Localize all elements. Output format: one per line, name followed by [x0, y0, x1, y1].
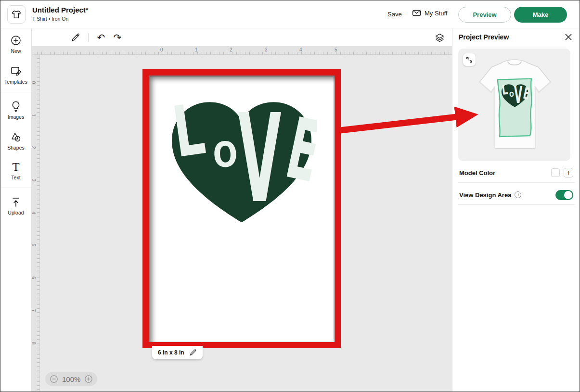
edit-pencil-button[interactable] [69, 31, 82, 44]
project-preview-panel: Project Preview Model Color + [452, 28, 580, 392]
canvas-toolbar: ↶ ↷ [32, 28, 452, 46]
pencil-icon [189, 349, 197, 356]
zoom-in-button[interactable] [84, 375, 93, 383]
sidebar-label-shapes: Shapes [7, 145, 25, 151]
close-panel-button[interactable] [564, 33, 573, 41]
expand-icon [466, 56, 473, 63]
sidebar-item-shapes[interactable]: Shapes [0, 125, 31, 156]
artboard-size-label: 6 in x 8 in [158, 349, 184, 356]
redo-button[interactable]: ↷ [111, 31, 124, 44]
my-stuff-label: My Stuff [425, 10, 447, 17]
project-type-button[interactable] [7, 5, 26, 24]
sidebar-label-new: New [11, 48, 21, 54]
sidebar-label-templates: Templates [4, 79, 27, 85]
add-model-color-button[interactable]: + [564, 168, 573, 177]
preview-button[interactable]: Preview [458, 7, 511, 23]
sidebar-item-templates[interactable]: Templates [0, 59, 31, 90]
lightbulb-icon [10, 101, 22, 112]
sidebar-divider [0, 92, 31, 92]
horizontal-ruler: 0 1 2 3 4 5 [32, 46, 452, 55]
undo-button[interactable]: ↶ [95, 31, 107, 44]
sidebar-item-upload[interactable]: Upload [0, 190, 31, 221]
shirt-preview-card [458, 49, 570, 161]
pencil-icon [71, 33, 80, 42]
close-icon [564, 33, 573, 41]
info-icon[interactable]: i [515, 191, 521, 198]
sidebar-divider [0, 188, 31, 188]
undo-icon: ↶ [97, 32, 105, 43]
upload-icon [10, 196, 22, 208]
tshirt-mockup [468, 54, 561, 156]
plus-circle-icon [10, 35, 22, 46]
sidebar-item-images[interactable]: Images [0, 94, 31, 125]
save-button[interactable]: Save [387, 11, 402, 18]
zoom-out-button[interactable] [50, 375, 58, 383]
project-subtitle: T Shirt • Iron On [32, 16, 68, 22]
toolbar-divider [88, 33, 89, 42]
project-title: Untitled Project* [32, 6, 89, 14]
view-design-area-toggle[interactable] [555, 190, 573, 200]
artboard[interactable] [150, 76, 334, 342]
model-color-swatch[interactable] [551, 168, 560, 177]
layers-button[interactable] [433, 31, 446, 44]
h-ruler-label: 0 [160, 47, 163, 52]
tshirt-icon [11, 9, 22, 20]
model-color-row: Model Color + [452, 164, 580, 181]
h-ruler-label: 3 [265, 47, 268, 52]
sidebar-item-new[interactable]: New [0, 28, 31, 59]
shapes-icon [10, 131, 22, 143]
zoom-level: 100% [62, 375, 80, 383]
love-heart-canvas[interactable] [167, 97, 317, 228]
h-ruler-label: 1 [195, 47, 198, 52]
expand-preview-button[interactable] [463, 53, 476, 66]
plus-circle-icon [84, 375, 93, 383]
header-bar: Untitled Project* T Shirt • Iron On Save… [0, 0, 580, 28]
panel-divider [458, 204, 575, 205]
artboard-size-tab[interactable]: 6 in x 8 in [152, 346, 203, 359]
model-color-label: Model Color [459, 169, 495, 177]
my-stuff-button[interactable]: My Stuff [412, 9, 447, 17]
panel-divider [458, 182, 575, 183]
design-canvas[interactable]: 6 in x 8 in 100% [40, 55, 452, 392]
my-stuff-icon [412, 9, 421, 17]
vertical-ruler: 0 1 2 3 4 5 6 7 8 [32, 55, 40, 392]
left-sidebar: New Templates Images Shapes T [0, 28, 32, 392]
sidebar-label-upload: Upload [8, 210, 24, 215]
redo-icon: ↷ [114, 32, 122, 43]
sidebar-label-images: Images [8, 114, 24, 120]
minus-circle-icon [50, 375, 58, 383]
view-design-area-row: View Design Area i [452, 186, 580, 203]
cricut-design-space-window: Untitled Project* T Shirt • Iron On Save… [0, 0, 580, 392]
h-ruler-label: 5 [335, 47, 337, 52]
template-pencil-icon [10, 65, 22, 77]
toggle-knob [564, 191, 572, 199]
view-design-area-label: View Design Area [459, 191, 511, 199]
h-ruler-label: 2 [230, 47, 232, 52]
panel-title: Project Preview [459, 33, 509, 41]
text-icon: T [13, 162, 20, 173]
h-ruler-label: 4 [299, 47, 302, 52]
sidebar-label-text: Text [11, 175, 20, 180]
zoom-control: 100% [45, 372, 97, 386]
make-button[interactable]: Make [514, 7, 567, 23]
layers-icon [435, 33, 445, 43]
sidebar-item-text[interactable]: T Text [0, 156, 31, 186]
